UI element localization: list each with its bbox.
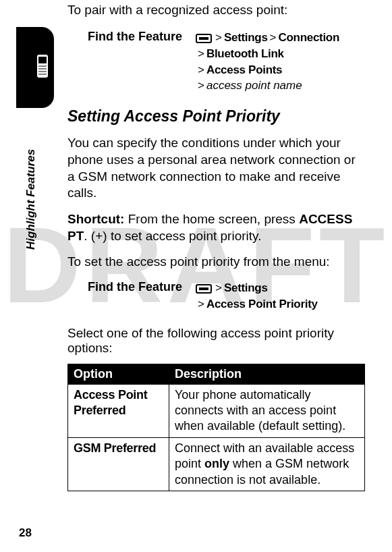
- side-section-label: Highlight Features: [24, 149, 38, 250]
- phone-icon: [27, 49, 57, 86]
- intro-text: To pair with a recognized access point:: [67, 3, 365, 18]
- table-header-row: Option Description: [68, 364, 365, 384]
- select-intro: Select one of the following access point…: [40, 326, 365, 356]
- menu-path-1: >Settings>Connection >Bluetooth Link >Ac…: [196, 30, 339, 94]
- page-content: To pair with a recognized access point: …: [0, 0, 392, 505]
- svg-rect-1: [38, 57, 47, 63]
- table-row: Access Point Preferred Your phone automa…: [68, 384, 365, 437]
- find-feature-block-2: Find the Feature >Settings >Access Point…: [67, 280, 365, 312]
- col-description: Description: [169, 364, 365, 384]
- menu-path-2: >Settings >Access Point Priority: [196, 280, 318, 312]
- options-table: Option Description Access Point Preferre…: [67, 364, 365, 491]
- page-number: 28: [19, 526, 32, 540]
- section-heading: Setting Access Point Priority: [67, 107, 365, 126]
- paragraph-shortcut: Shortcut: From the home screen, press AC…: [67, 211, 365, 244]
- option-name: GSM Preferred: [68, 437, 169, 491]
- option-desc: Your phone automatically connects with a…: [169, 384, 365, 437]
- find-feature-label: Find the Feature: [67, 280, 196, 294]
- paragraph-3: To set the access point priority from th…: [67, 254, 365, 271]
- table-row: GSM Preferred Connect with an available …: [68, 437, 365, 491]
- find-feature-label: Find the Feature: [67, 30, 196, 44]
- option-desc: Connect with an available access point o…: [169, 437, 365, 491]
- find-feature-block-1: Find the Feature >Settings>Connection >B…: [67, 30, 365, 94]
- option-name: Access Point Preferred: [68, 384, 169, 437]
- paragraph-1: You can specify the conditions under whi…: [67, 135, 365, 202]
- menu-icon: [196, 284, 212, 294]
- col-option: Option: [68, 364, 169, 384]
- menu-icon: [196, 34, 212, 43]
